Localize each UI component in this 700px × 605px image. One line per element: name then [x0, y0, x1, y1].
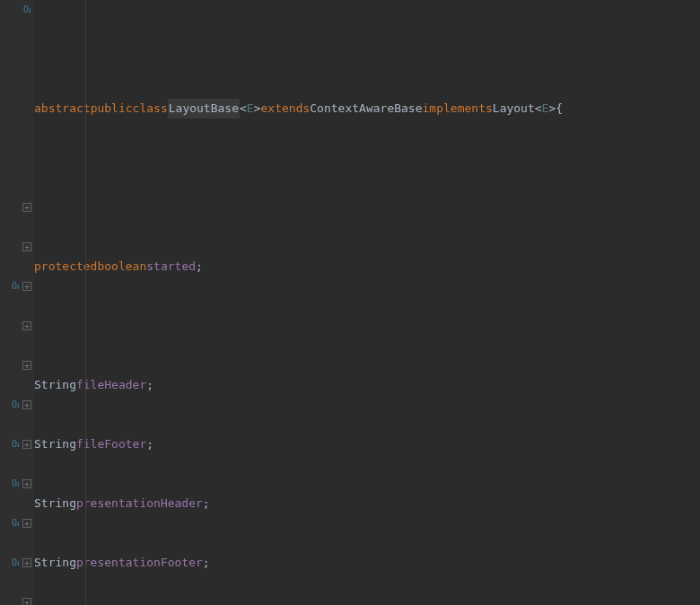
fold-toggle[interactable]: [22, 242, 31, 251]
fold-toggle[interactable]: [22, 400, 31, 409]
fold-toggle[interactable]: [22, 440, 31, 449]
fold-toggle[interactable]: [22, 361, 31, 370]
code-line[interactable]: protected boolean started;: [34, 257, 700, 276]
indent-guide: [85, 0, 86, 605]
override-gutter-icon[interactable]: O↓: [12, 276, 19, 296]
fold-toggle[interactable]: [22, 282, 31, 291]
code-line[interactable]: String fileFooter;: [34, 434, 700, 454]
gutter: O↓ O↓ O↓ O↓ O↓ O↓ O↓: [0, 0, 34, 605]
fold-toggle[interactable]: [22, 321, 31, 330]
fold-toggle[interactable]: [22, 479, 31, 488]
fold-toggle[interactable]: [22, 519, 31, 528]
fold-toggle[interactable]: [22, 203, 31, 212]
override-gutter-icon[interactable]: O↓: [12, 474, 19, 494]
code-line[interactable]: String presentationHeader;: [34, 494, 700, 513]
override-gutter-icon[interactable]: O↓: [23, 0, 31, 20]
code-line[interactable]: String fileHeader;: [34, 375, 700, 395]
override-gutter-icon[interactable]: O↓: [12, 395, 19, 415]
fold-toggle[interactable]: [22, 558, 31, 567]
code-line[interactable]: abstract public class LayoutBase<E> exte…: [34, 99, 700, 118]
override-gutter-icon[interactable]: O↓: [12, 513, 19, 533]
override-gutter-icon[interactable]: O↓: [12, 553, 19, 573]
code-line[interactable]: String presentationFooter;: [34, 553, 700, 573]
override-gutter-icon[interactable]: O↓: [12, 434, 19, 454]
fold-toggle[interactable]: [22, 598, 31, 605]
code-content[interactable]: abstract public class LayoutBase<E> exte…: [34, 0, 700, 605]
code-editor[interactable]: O↓ O↓ O↓ O↓ O↓ O↓ O↓ abstract publ: [0, 0, 700, 605]
